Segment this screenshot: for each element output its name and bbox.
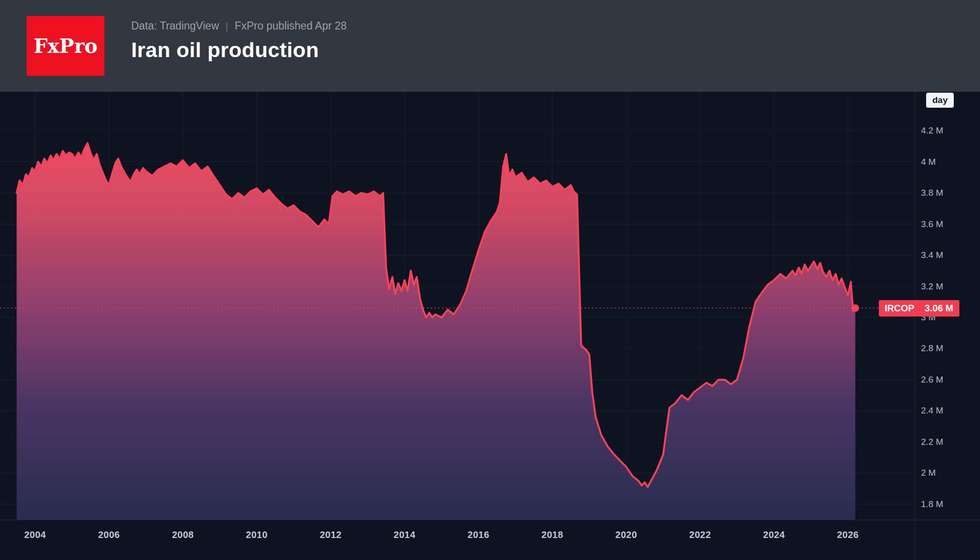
source-line: Data: TradingView | FxPro published Apr … [131,20,347,32]
year-tick: 2018 [542,530,564,540]
price-tick: 2.8 M [921,343,943,354]
price-axis[interactable]: 1.8 M2 M2.2 M2.4 M2.6 M2.8 M3 M3.2 M3.4 … [914,92,980,560]
last-price-value: 3.06 M [925,303,953,314]
price-tick: 3.8 M [921,188,943,198]
price-tick: 3.4 M [921,250,943,260]
ticker-label: IRCOP [885,303,914,314]
year-tick: 2022 [689,530,711,540]
header-text-block: Data: TradingView | FxPro published Apr … [131,20,347,62]
source-separator: | [226,21,228,32]
year-tick: 2016 [468,530,490,540]
year-tick: 2020 [616,530,638,540]
price-tick: 2 M [921,468,936,478]
fxpro-logo: FxPro [27,16,104,76]
year-tick: 2024 [763,530,785,540]
price-tick: 3.6 M [921,219,943,229]
year-tick: 2012 [320,530,342,540]
data-source-label: Data: TradingView [131,20,219,32]
header: FxPro Data: TradingView | FxPro publishe… [0,0,980,92]
interval-badge[interactable]: day [926,93,954,108]
chart-area: 1.8 M2 M2.2 M2.4 M2.6 M2.8 M3 M3.2 M3.4 … [0,92,980,560]
fxpro-chart-page: FxPro Data: TradingView | FxPro publishe… [0,0,980,560]
price-tick: 4.2 M [921,125,943,136]
price-tick: 2.2 M [921,437,943,447]
time-axis[interactable]: 2004200620082010201220142016201820202022… [0,520,914,560]
year-tick: 2014 [393,530,416,540]
price-tick: 1.8 M [921,499,943,509]
price-tick: 2.6 M [921,375,943,385]
year-tick: 2008 [172,530,194,540]
price-chart-plot[interactable] [0,92,914,520]
year-tick: 2010 [246,530,268,540]
price-tick: 4 M [921,157,936,167]
fxpro-logo-text: FxPro [34,35,98,58]
year-tick: 2004 [24,530,46,540]
area-chart-svg [0,92,914,520]
year-tick: 2006 [98,530,120,540]
year-tick: 2026 [837,530,859,540]
publish-info-label: FxPro published Apr 28 [235,20,347,32]
page-title: Iran oil production [131,38,347,62]
price-tick: 2.4 M [921,405,943,416]
price-tick: 3.2 M [921,281,943,292]
last-price-badge: IRCOP 3.06 M [879,300,960,317]
